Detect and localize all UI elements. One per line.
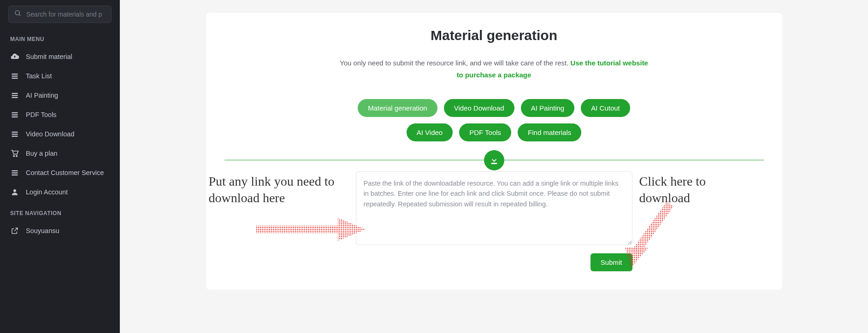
svg-rect-7 bbox=[12, 97, 18, 98]
svg-rect-12 bbox=[12, 134, 18, 134]
sidebar-item-label: Login Account bbox=[26, 188, 68, 196]
svg-rect-2 bbox=[12, 74, 18, 75]
sidebar-item-contact-customer-service[interactable]: Contact Customer Service bbox=[0, 163, 120, 182]
sidebar-item-ai-painting[interactable]: AI Painting bbox=[0, 86, 120, 105]
user-icon bbox=[10, 187, 19, 197]
svg-rect-16 bbox=[12, 170, 18, 171]
svg-rect-10 bbox=[12, 117, 18, 117]
list-icon bbox=[10, 129, 19, 139]
sidebar-item-label: PDF Tools bbox=[26, 111, 57, 118]
subtext-plain: You only need to submit the resource lin… bbox=[340, 59, 571, 67]
sidebar: MAIN MENU Submit material Task List AI P… bbox=[0, 0, 120, 333]
resource-link-textarea[interactable] bbox=[356, 171, 632, 245]
pill-material-generation[interactable]: Material generation bbox=[358, 99, 437, 117]
sidebar-item-label: Buy a plan bbox=[26, 150, 58, 157]
svg-rect-9 bbox=[12, 114, 18, 115]
page-title: Material generation bbox=[224, 28, 764, 43]
search-icon bbox=[14, 10, 22, 19]
sidebar-item-video-download[interactable]: Video Download bbox=[0, 124, 120, 144]
list-icon bbox=[10, 71, 19, 81]
pill-ai-cutout[interactable]: AI Cutout bbox=[581, 99, 630, 117]
cloud-upload-icon bbox=[10, 52, 19, 61]
pill-find-materials[interactable]: Find materials bbox=[518, 123, 581, 141]
pill-pdf-tools[interactable]: PDF Tools bbox=[459, 123, 511, 141]
svg-marker-25 bbox=[632, 202, 673, 255]
svg-rect-3 bbox=[12, 76, 18, 76]
content-card: Material generation You only need to sub… bbox=[206, 13, 782, 290]
svg-rect-5 bbox=[12, 93, 18, 94]
sidebar-item-buy-a-plan[interactable]: Buy a plan bbox=[0, 144, 120, 163]
svg-rect-4 bbox=[12, 78, 18, 79]
annotation-left-text: Put any link you need to download here bbox=[209, 173, 366, 207]
divider bbox=[224, 160, 764, 160]
pill-ai-video[interactable]: AI Video bbox=[407, 123, 453, 141]
page-subtext: You only need to submit the resource lin… bbox=[337, 57, 651, 81]
sidebar-item-login-account[interactable]: Login Account bbox=[0, 182, 120, 202]
sidebar-item-submit-material[interactable]: Submit material bbox=[0, 47, 120, 66]
sidebar-item-label: Contact Customer Service bbox=[26, 169, 104, 176]
external-link-icon bbox=[10, 226, 19, 235]
svg-rect-18 bbox=[12, 175, 18, 175]
pill-video-download[interactable]: Video Download bbox=[444, 99, 514, 117]
annotation-right-text: Click here to download bbox=[639, 173, 759, 207]
sidebar-item-pdf-tools[interactable]: PDF Tools bbox=[0, 105, 120, 124]
svg-point-14 bbox=[13, 156, 14, 157]
list-icon bbox=[10, 91, 19, 100]
svg-point-15 bbox=[16, 156, 18, 157]
svg-rect-13 bbox=[12, 136, 18, 137]
download-icon bbox=[484, 150, 504, 170]
sidebar-item-label: Video Download bbox=[26, 130, 74, 138]
sidebar-item-souyuansu[interactable]: Souyuansu bbox=[0, 221, 120, 240]
pill-ai-painting[interactable]: AI Painting bbox=[521, 99, 575, 117]
svg-rect-8 bbox=[12, 112, 18, 113]
search-box[interactable] bbox=[8, 6, 112, 23]
svg-rect-11 bbox=[12, 132, 18, 133]
svg-rect-6 bbox=[12, 95, 18, 96]
sidebar-item-label: Submit material bbox=[26, 53, 72, 60]
svg-point-19 bbox=[13, 189, 16, 192]
sidebar-item-label: AI Painting bbox=[26, 92, 58, 99]
search-input[interactable] bbox=[26, 11, 106, 18]
category-pills: Material generation Video Download AI Pa… bbox=[347, 99, 642, 141]
list-icon bbox=[10, 110, 19, 119]
sidebar-item-label: Souyuansu bbox=[26, 227, 59, 234]
svg-rect-20 bbox=[491, 163, 497, 164]
main-content: Material generation You only need to sub… bbox=[120, 0, 868, 333]
submit-button[interactable]: Submit bbox=[590, 253, 632, 271]
svg-rect-17 bbox=[12, 172, 18, 173]
svg-rect-22 bbox=[256, 226, 339, 233]
menu-header-main: MAIN MENU bbox=[0, 28, 120, 47]
sidebar-item-label: Task List bbox=[26, 72, 52, 80]
annotation-arrow-left-icon bbox=[256, 216, 366, 243]
form-area: Submit bbox=[356, 171, 632, 271]
svg-point-0 bbox=[15, 11, 19, 15]
list-icon bbox=[10, 168, 19, 177]
svg-line-1 bbox=[19, 14, 20, 16]
sidebar-item-task-list[interactable]: Task List bbox=[0, 66, 120, 86]
menu-header-site-navigation: SITE NAVIGATION bbox=[0, 202, 120, 221]
cart-icon bbox=[10, 149, 19, 158]
